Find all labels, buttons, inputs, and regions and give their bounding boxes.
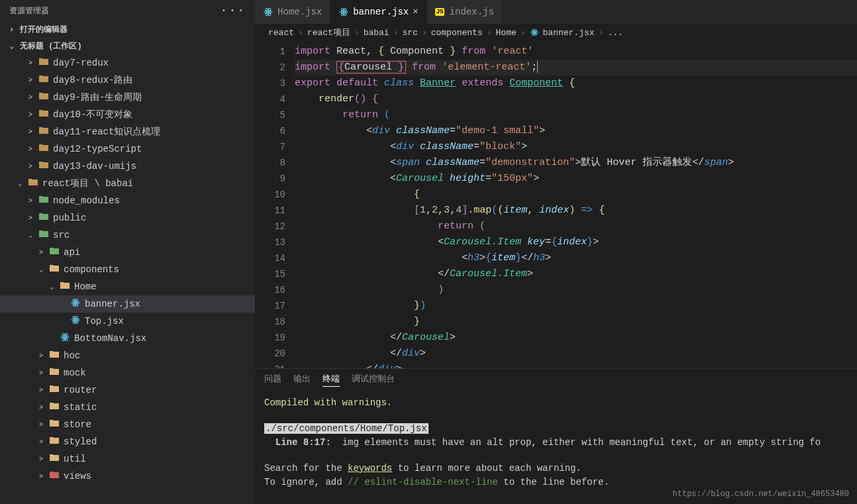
sidebar: 资源管理器 ··· › 打开的编辑器 ⌄ 无标题 (工作区) >day7-red… [0,0,255,504]
chevron-icon: > [37,404,45,411]
terminal-tab[interactable]: 终端 [323,373,340,387]
folder-item[interactable]: >static [0,399,255,416]
folder-item[interactable]: >day8-redux-路由 [0,72,255,89]
file-item[interactable]: Top.jsx [0,313,255,330]
folder-item[interactable]: >store [0,416,255,433]
editor-area: Home.jsxbanner.jsx×JSindex.js react›reac… [255,0,857,504]
folder-item[interactable]: >public [0,209,255,227]
tree-item-label: banner.jsx [85,299,140,309]
workspace-section[interactable]: ⌄ 无标题 (工作区) [0,38,255,54]
breadcrumb-separator: › [298,28,303,38]
sidebar-title: 资源管理器 [9,5,49,17]
folder-item[interactable]: >day13-dav-umijs [0,158,255,175]
tab-label: index.js [450,7,494,17]
tree-item-label: components [64,264,119,275]
folder-item[interactable]: ⌄components [0,261,255,278]
tree-item-label: util [64,454,86,464]
folder-item[interactable]: >node_modules [0,192,255,209]
chevron-icon: > [26,197,34,205]
code-editor[interactable]: import React, { Component } from 'react'… [295,41,857,368]
folder-item[interactable]: ⌄react项目 \ babai [0,175,255,192]
editor-tab[interactable]: banner.jsx× [330,0,427,24]
tree-item-label: day10-不可变对象 [53,109,132,121]
tree-item-label: day13-dav-umijs [53,161,136,172]
react-file-icon [70,297,81,311]
chevron-icon: ⌄ [16,179,24,187]
open-editors-section[interactable]: › 打开的编辑器 [0,21,255,38]
tree-item-label: react项目 \ babai [42,177,133,189]
svg-point-4 [75,319,77,321]
watermark: https://blog.csdn.net/weixin_48653480 [673,489,849,499]
folder-item[interactable]: >hoc [0,347,255,364]
chevron-icon: > [26,146,34,153]
chevron-icon: ⌄ [26,231,34,239]
breadcrumb[interactable]: react›react项目›babai›src›components›Home›… [255,24,857,41]
terminal-body[interactable]: Compiled with warnings. ./src/components… [255,391,857,504]
folder-icon [38,194,49,207]
tree-item-label: day11-react知识点梳理 [53,126,160,138]
terminal-tab[interactable]: 调试控制台 [352,373,395,387]
chevron-icon: > [37,249,45,256]
tree-item-label: day9-路由-生命周期 [53,91,142,103]
folder-icon [49,349,60,362]
tree-item-label: node_modules [53,195,120,206]
folder-item[interactable]: >api [0,244,255,261]
breadcrumb-item[interactable]: ... [607,28,623,38]
terminal-tabs: 问题输出终端调试控制台 [255,369,857,391]
folder-item[interactable]: >router [0,381,255,399]
editor-tab[interactable]: Home.jsx [255,0,330,24]
breadcrumb-item[interactable]: react [268,28,294,38]
folder-item[interactable]: >styled [0,433,255,450]
breadcrumb-item[interactable]: components [431,28,483,38]
folder-item[interactable]: >mock [0,364,255,381]
breadcrumb-separator: › [422,28,427,38]
folder-item[interactable]: ⌄src [0,227,255,244]
chevron-icon: > [37,438,45,446]
chevron-icon: > [37,473,45,480]
folder-icon [49,452,60,466]
chevron-right-icon: › [9,25,16,34]
terminal-tab[interactable]: 问题 [264,373,281,387]
folder-item[interactable]: >util [0,450,255,468]
breadcrumb-separator: › [487,28,492,38]
terminal-keywords-link[interactable]: keywords [348,463,392,474]
chevron-down-icon: ⌄ [9,41,16,51]
breadcrumb-item[interactable]: banner.jsx [543,28,595,38]
svg-point-16 [343,11,345,13]
breadcrumb-separator: › [354,28,360,38]
folder-icon [49,470,60,483]
tree-item-label: router [64,385,97,395]
close-icon[interactable]: × [413,7,418,17]
more-icon[interactable]: ··· [221,4,246,17]
breadcrumb-item[interactable]: babai [364,28,389,38]
file-item[interactable]: banner.jsx [0,295,255,313]
terminal-lineinfo: Line 8:17: [276,437,331,448]
file-tree[interactable]: >day7-redux>day8-redux-路由>day9-路由-生命周期>d… [0,54,255,504]
chevron-icon: > [26,60,34,67]
folder-item[interactable]: >day10-不可变对象 [0,106,255,123]
tree-item-label: api [64,247,80,258]
react-file-icon [70,315,81,328]
breadcrumb-item[interactable]: src [402,28,417,38]
tree-item-label: day12-typeScript [53,144,142,154]
folder-icon [49,418,60,431]
file-item[interactable]: BottomNav.jsx [0,330,255,347]
folder-item[interactable]: >day11-react知识点梳理 [0,123,255,140]
workspace-label: 无标题 (工作区) [20,40,82,52]
folder-item[interactable]: >views [0,468,255,485]
line-gutter: 123456789101112131415161718192021 [255,41,295,368]
folder-icon [49,263,60,276]
terminal-tab[interactable]: 输出 [293,373,311,387]
folder-item[interactable]: >day9-路由-生命周期 [0,89,255,106]
folder-item[interactable]: ⌄Home [0,278,255,295]
tree-item-label: day8-redux-路由 [53,74,132,86]
breadcrumb-item[interactable]: react项目 [307,26,350,38]
folder-item[interactable]: >day12-typeScript [0,140,255,158]
react-file-icon [60,332,70,345]
breadcrumb-item[interactable]: Home [496,28,517,38]
folder-item[interactable]: >day7-redux [0,54,255,72]
breadcrumb-separator: › [393,28,399,38]
folder-icon [28,177,38,190]
editor-tabs: Home.jsxbanner.jsx×JSindex.js [255,0,857,24]
editor-tab[interactable]: JSindex.js [427,0,503,24]
